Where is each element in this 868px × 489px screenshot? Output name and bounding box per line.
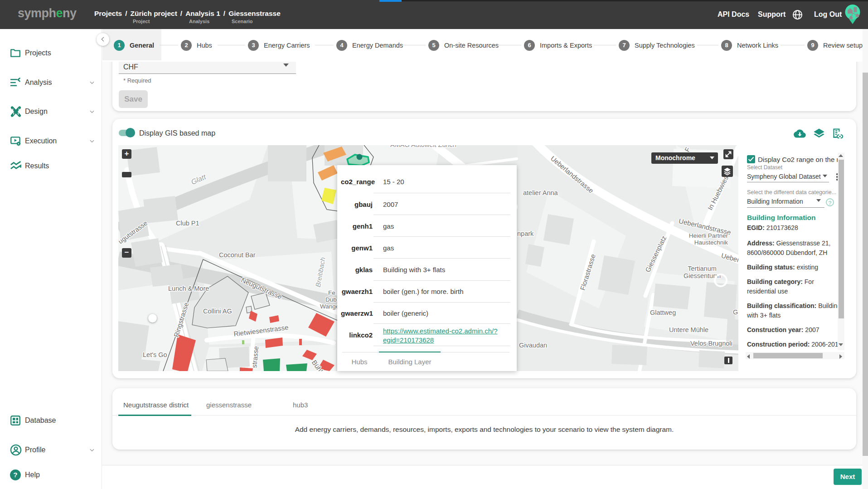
svg-text:Heierli Partner: Heierli Partner — [689, 232, 728, 239]
svg-text:Collini AG: Collini AG — [203, 308, 232, 315]
svg-text:?: ? — [13, 471, 17, 479]
svg-text:Club P1: Club P1 — [176, 220, 199, 227]
svg-text:Givaudan: Givaudan — [519, 342, 547, 349]
svg-text:Coconut Bar: Coconut Bar — [219, 251, 256, 259]
svg-text:Düb: Düb — [325, 296, 337, 303]
svg-text:AMAG Autowelt Zürich: AMAG Autowelt Zürich — [390, 145, 456, 148]
svg-text:Tertianum: Tertianum — [688, 265, 717, 272]
svg-text:Untere Mühle: Untere Mühle — [669, 326, 708, 333]
svg-text:Let's Go: Let's Go — [143, 351, 167, 358]
svg-text:Gl: Gl — [733, 308, 738, 316]
svg-text:npark: npark — [517, 230, 534, 237]
svg-text:Fe: Fe — [328, 289, 335, 296]
svg-text:Lunch & More: Lunch & More — [168, 285, 209, 292]
svg-text:atelier Anna: atelier Anna — [523, 189, 558, 196]
svg-text:Glattweg: Glattweg — [650, 309, 676, 316]
svg-text:Velos Brugnoli: Velos Brugnoli — [690, 340, 732, 347]
svg-text:Haustechnik: Haustechnik — [694, 239, 728, 246]
